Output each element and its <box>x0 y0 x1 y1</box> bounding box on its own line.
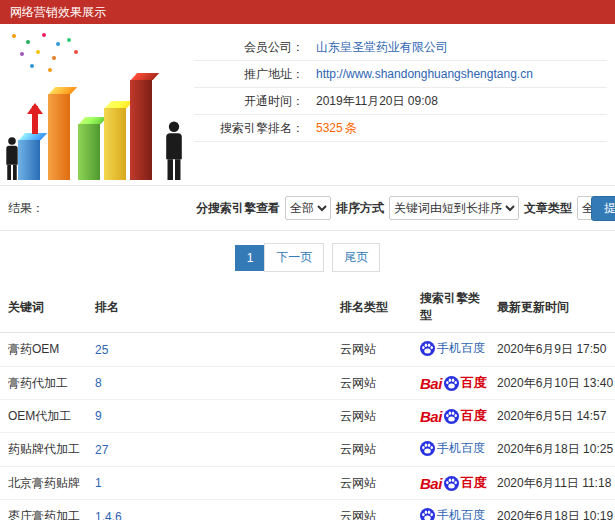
bar-yellow <box>104 108 126 180</box>
baidu-logo: Bai百度 <box>420 474 487 492</box>
keyword-cell: 枣庄膏药加工 <box>0 500 87 520</box>
bar-chart-illustration <box>4 30 194 182</box>
mobile-baidu-label: 手机百度 <box>437 507 485 520</box>
submit-button[interactable]: 提交 <box>591 196 615 221</box>
page-last[interactable]: 尾页 <box>332 243 380 272</box>
info-value-suffix: 条 <box>345 120 357 137</box>
confetti-dots <box>12 34 16 38</box>
baidu-logo: Bai百度 <box>420 407 487 425</box>
table-row: OEM代加工9云网站Bai百度2020年6月5日 14:57 <box>0 400 615 433</box>
rank-link[interactable]: 27 <box>87 433 332 467</box>
mobile-baidu-label: 手机百度 <box>437 340 485 357</box>
engine-cell: Bai百度 <box>412 400 489 433</box>
keyword-cell: 膏药OEM <box>0 333 87 367</box>
engine-cell: 手机百度 <box>412 433 489 467</box>
baidu-paw-icon <box>444 376 459 391</box>
mobile-baidu-logo: 手机百度 <box>420 340 485 357</box>
engine-filter-label: 分搜索引擎查看 <box>196 200 280 217</box>
page-next[interactable]: 下一页 <box>264 243 324 272</box>
table-row: 枣庄膏药加工1,4,6云网站手机百度2020年6月18日 10:19 <box>0 500 615 520</box>
table-row: 药贴牌代加工27云网站手机百度2020年6月18日 10:25 <box>0 433 615 467</box>
results-table-body: 膏药OEM25云网站手机百度2020年6月9日 17:50膏药代加工8云网站Ba… <box>0 333 615 520</box>
table-row: 膏药代加工8云网站Bai百度2020年6月10日 13:40 <box>0 367 615 400</box>
keyword-cell: OEM代加工 <box>0 400 87 433</box>
filter-group: 分搜索引擎查看 全部 排序方式 关键词由短到长排序 文章类型 全部 <box>196 186 615 230</box>
info-row: 推广地址：http://www.shandonghuangshengtang.c… <box>194 61 607 88</box>
info-value[interactable]: 山东皇圣堂药业有限公司 <box>316 39 448 56</box>
info-value[interactable]: http://www.shandonghuangshengtang.cn <box>316 67 533 81</box>
rank-type-cell: 云网站 <box>332 433 412 467</box>
update-time-cell: 2020年6月9日 17:50 <box>489 333 615 367</box>
bar-maroon <box>130 80 152 180</box>
page-current[interactable]: 1 <box>235 245 266 271</box>
rank-type-cell: 云网站 <box>332 400 412 433</box>
update-time-cell: 2020年6月11日 11:18 <box>489 467 615 500</box>
info-label: 搜索引擎排名： <box>194 120 304 137</box>
col-header-rank: 排名 <box>87 282 332 333</box>
rank-link[interactable]: 9 <box>87 400 332 433</box>
info-section: 会员公司：山东皇圣堂药业有限公司推广地址：http://www.shandong… <box>0 24 615 186</box>
info-label: 会员公司： <box>194 39 304 56</box>
rank-link[interactable]: 8 <box>87 367 332 400</box>
info-rows: 会员公司：山东皇圣堂药业有限公司推广地址：http://www.shandong… <box>194 24 615 185</box>
baidu-logo-cn: 百度 <box>461 407 487 425</box>
bar-orange <box>48 94 70 180</box>
info-label: 开通时间： <box>194 93 304 110</box>
info-row: 搜索引擎排名：5325条 <box>194 115 607 142</box>
info-row: 会员公司：山东皇圣堂药业有限公司 <box>194 34 607 61</box>
col-header-update-time: 最新更新时间 <box>489 282 615 333</box>
results-table: 关键词 排名 排名类型 搜索引擎类型 最新更新时间 膏药OEM25云网站手机百度… <box>0 282 615 520</box>
baidu-paw-icon <box>444 409 459 424</box>
baidu-logo-latin: Bai <box>420 375 442 392</box>
table-header-row: 关键词 排名 排名类型 搜索引擎类型 最新更新时间 <box>0 282 615 333</box>
col-header-rank-type: 排名类型 <box>332 282 412 333</box>
rank-type-cell: 云网站 <box>332 333 412 367</box>
engine-cell: Bai百度 <box>412 367 489 400</box>
businessman-right <box>164 122 185 181</box>
update-time-cell: 2020年6月10日 13:40 <box>489 367 615 400</box>
rank-link[interactable]: 1 <box>87 467 332 500</box>
sort-filter-select[interactable]: 关键词由短到长排序 <box>389 196 519 220</box>
table-row: 北京膏药贴牌1云网站Bai百度2020年6月11日 11:18 <box>0 467 615 500</box>
baidu-logo-latin: Bai <box>420 408 442 425</box>
baidu-logo-cn: 百度 <box>461 474 487 492</box>
rank-link[interactable]: 1,4,6 <box>87 500 332 520</box>
update-time-cell: 2020年6月18日 10:19 <box>489 500 615 520</box>
growth-arrow-icon <box>32 106 38 134</box>
engine-filter-select[interactable]: 全部 <box>285 196 331 220</box>
rank-type-cell: 云网站 <box>332 367 412 400</box>
keyword-cell: 膏药代加工 <box>0 367 87 400</box>
info-value: 5325 <box>316 121 343 135</box>
update-time-cell: 2020年6月18日 10:25 <box>489 433 615 467</box>
sort-filter-label: 排序方式 <box>336 200 384 217</box>
baidu-paw-icon <box>420 341 435 356</box>
mobile-baidu-logo: 手机百度 <box>420 507 485 520</box>
mobile-baidu-logo: 手机百度 <box>420 440 485 457</box>
baidu-logo-latin: Bai <box>420 475 442 492</box>
rank-link[interactable]: 25 <box>87 333 332 367</box>
page-title: 网络营销效果展示 <box>10 4 106 21</box>
engine-cell: 手机百度 <box>412 333 489 367</box>
mobile-baidu-label: 手机百度 <box>437 440 485 457</box>
baidu-paw-icon <box>420 508 435 520</box>
filter-bar: 结果： 分搜索引擎查看 全部 排序方式 关键词由短到长排序 文章类型 全部 提交 <box>0 186 615 231</box>
businessman-left <box>4 137 19 180</box>
rank-type-cell: 云网站 <box>332 500 412 520</box>
baidu-logo: Bai百度 <box>420 374 487 392</box>
pagination: 1 下一页 尾页 <box>0 231 615 282</box>
baidu-paw-icon <box>444 476 459 491</box>
keyword-cell: 北京膏药贴牌 <box>0 467 87 500</box>
result-label: 结果： <box>8 200 44 217</box>
article-type-label: 文章类型 <box>524 200 572 217</box>
bar-blue <box>18 140 40 180</box>
col-header-keyword: 关键词 <box>0 282 87 333</box>
table-row: 膏药OEM25云网站手机百度2020年6月9日 17:50 <box>0 333 615 367</box>
title-bar: 网络营销效果展示 <box>0 0 615 24</box>
info-label: 推广地址： <box>194 66 304 83</box>
col-header-engine-type: 搜索引擎类型 <box>412 282 489 333</box>
info-row: 开通时间：2019年11月20日 09:08 <box>194 88 607 115</box>
engine-cell: Bai百度 <box>412 467 489 500</box>
bar-green <box>78 124 100 180</box>
rank-type-cell: 云网站 <box>332 467 412 500</box>
baidu-paw-icon <box>420 441 435 456</box>
